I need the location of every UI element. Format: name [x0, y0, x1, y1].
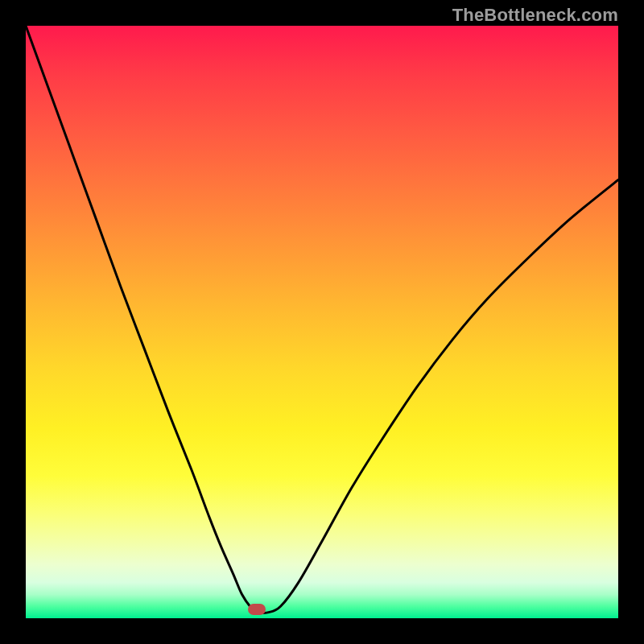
minimum-marker	[248, 604, 266, 615]
watermark-label: TheBottleneck.com	[452, 5, 618, 26]
plot-area	[26, 26, 618, 618]
bottleneck-curve	[26, 26, 618, 618]
chart-frame: TheBottleneck.com	[0, 0, 644, 644]
